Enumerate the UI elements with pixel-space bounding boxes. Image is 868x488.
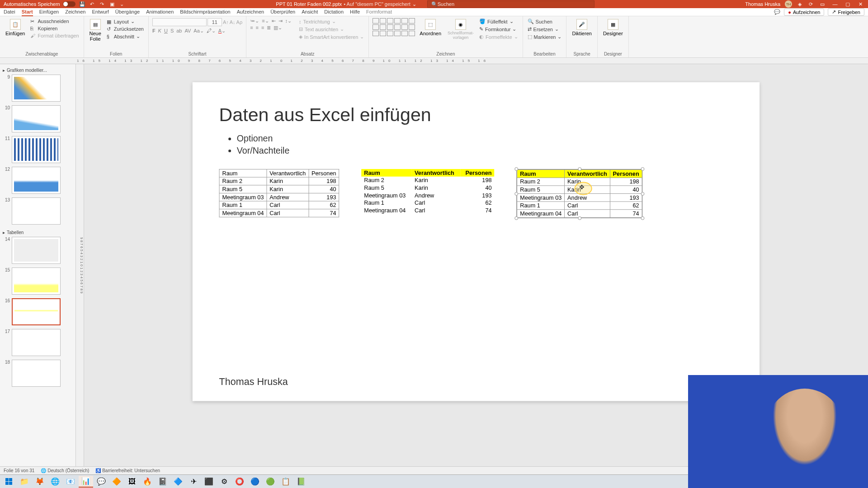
shape-icon[interactable] bbox=[394, 18, 401, 23]
outline-button[interactable]: ✎Formkontur ⌄ bbox=[478, 26, 519, 33]
vlc-icon[interactable]: 🔶 bbox=[109, 476, 124, 488]
app-icon[interactable]: 💬 bbox=[94, 476, 108, 488]
selection-handle[interactable] bbox=[641, 167, 645, 171]
slide-thumb-17[interactable] bbox=[12, 329, 61, 356]
arrange-button[interactable]: ⬚Anordnen bbox=[418, 18, 443, 37]
slide-counter[interactable]: Folie 16 von 31 bbox=[4, 468, 34, 473]
explorer-icon[interactable]: 📁 bbox=[17, 476, 32, 488]
autosave-toggle[interactable]: Automatisches Speichern bbox=[4, 1, 75, 7]
tab-animationen[interactable]: Animationen bbox=[146, 8, 174, 16]
reset-button[interactable]: ↺Zurücksetzen bbox=[106, 26, 145, 32]
replace-button[interactable]: ⇄Ersetzen ⌄ bbox=[527, 26, 563, 33]
shape-icon[interactable] bbox=[387, 31, 393, 36]
shape-icon[interactable] bbox=[373, 31, 379, 36]
app-icon[interactable]: 🟢 bbox=[263, 476, 278, 488]
language-status[interactable]: 🌐 Deutsch (Österreich) bbox=[41, 468, 89, 473]
tab-entwurf[interactable]: Entwurf bbox=[92, 8, 108, 16]
justify-icon[interactable]: ≣ bbox=[267, 25, 271, 31]
author-text[interactable]: Thomas Hruska bbox=[219, 376, 288, 388]
redo-icon[interactable]: ↷ bbox=[99, 1, 105, 7]
selection-handle[interactable] bbox=[515, 192, 519, 196]
chrome-icon[interactable]: 🌐 bbox=[48, 476, 62, 488]
slide-thumb-12[interactable] bbox=[12, 167, 61, 194]
slide-thumb-10[interactable] bbox=[12, 105, 61, 132]
slide-canvas[interactable]: Daten aus Excel einfügen Optionen Vor/Na… bbox=[193, 82, 760, 401]
filename-dropdown-icon[interactable]: ⌄ bbox=[412, 1, 416, 7]
shadow-button[interactable]: ab bbox=[176, 28, 182, 34]
align-text-button[interactable]: ⊟Text ausrichten ⌄ bbox=[298, 26, 365, 33]
selection-handle[interactable] bbox=[578, 216, 581, 220]
tab-ueberpruefen[interactable]: Überprüfen bbox=[270, 8, 295, 16]
save-icon[interactable]: 💾 bbox=[79, 1, 85, 7]
onenote-icon[interactable]: 📓 bbox=[156, 476, 170, 488]
thumbnail-panel[interactable]: ▸ Grafiken modellier... 9 10 11 12 13 ▸ … bbox=[0, 64, 76, 466]
shape-icon[interactable] bbox=[409, 18, 415, 23]
shape-icon[interactable] bbox=[380, 31, 386, 36]
search-box[interactable]: 🔍 bbox=[427, 0, 594, 8]
app-icon[interactable]: 🔥 bbox=[140, 476, 155, 488]
telegram-icon[interactable]: ✈ bbox=[186, 476, 201, 488]
present-from-start-icon[interactable]: ▣ bbox=[109, 1, 115, 7]
slide-thumb-13[interactable] bbox=[12, 197, 61, 225]
shape-icon[interactable] bbox=[373, 24, 379, 30]
tab-bildschirm[interactable]: Bildschirmpräsentation bbox=[180, 8, 230, 16]
app-icon[interactable]: 📋 bbox=[278, 476, 293, 488]
visio-icon[interactable]: 🔷 bbox=[171, 476, 185, 488]
outlook-icon[interactable]: 📧 bbox=[63, 476, 78, 488]
indent-dec-icon[interactable]: ⇤ bbox=[272, 18, 276, 24]
font-color-button[interactable]: A⌄ bbox=[218, 28, 226, 34]
slide-title[interactable]: Daten aus Excel einfügen bbox=[219, 104, 733, 126]
text-direction-button[interactable]: ↕Textrichtung ⌄ bbox=[298, 18, 365, 25]
numbering-icon[interactable]: ≡⌄ bbox=[262, 18, 269, 24]
tab-start[interactable]: Start bbox=[22, 8, 33, 16]
quick-styles-button[interactable]: ◉Schnellformat- vorlagen bbox=[446, 18, 476, 41]
section-header[interactable]: ▸ Grafiken modellier... bbox=[2, 66, 74, 75]
shape-icon[interactable] bbox=[394, 31, 401, 36]
selection-handle[interactable] bbox=[515, 216, 519, 220]
qat-more-icon[interactable]: ⌄ bbox=[119, 1, 125, 7]
spacing-button[interactable]: AV bbox=[185, 28, 191, 34]
shape-icon[interactable] bbox=[380, 18, 386, 23]
shape-icon[interactable] bbox=[409, 31, 415, 36]
slide-thumb-9[interactable] bbox=[12, 75, 61, 102]
select-button[interactable]: ⬚Markieren ⌄ bbox=[527, 33, 563, 40]
shape-icon[interactable] bbox=[401, 18, 408, 23]
designer-button[interactable]: ▦Designer bbox=[601, 18, 625, 37]
dictate-button[interactable]: 🎤Diktieren bbox=[570, 18, 593, 37]
font-name-input[interactable] bbox=[152, 18, 207, 26]
tab-dictation[interactable]: Dictation bbox=[324, 8, 344, 16]
slide-thumb-18[interactable] bbox=[12, 360, 61, 387]
case-button[interactable]: Aa⌄ bbox=[193, 28, 203, 34]
shape-icon[interactable] bbox=[387, 24, 393, 30]
tab-formformat[interactable]: Formformat bbox=[366, 8, 392, 16]
cut-button[interactable]: ✂Ausschneiden bbox=[29, 18, 80, 24]
shape-icon[interactable] bbox=[373, 18, 379, 23]
tab-einfuegen[interactable]: Einfügen bbox=[39, 8, 59, 16]
align-center-icon[interactable]: ≡ bbox=[256, 25, 259, 31]
table-yellow-noborder[interactable]: RaumVerantwortlichPersonen Raum 2Karin19… bbox=[361, 169, 494, 214]
new-slide-button[interactable]: ▤ Neue Folie bbox=[88, 18, 103, 42]
start-button[interactable] bbox=[2, 476, 16, 488]
shape-icon[interactable] bbox=[401, 24, 408, 30]
accessibility-status[interactable]: ♿ Barrierefreiheit: Untersuchen bbox=[95, 468, 160, 473]
section-button[interactable]: §Abschnitt ⌄ bbox=[106, 33, 145, 40]
sync-icon[interactable]: ⟳ bbox=[807, 1, 814, 7]
slide-thumb-15[interactable] bbox=[12, 267, 61, 295]
slide-thumb-14[interactable] bbox=[12, 237, 61, 264]
firefox-icon[interactable]: 🦊 bbox=[33, 476, 47, 488]
bullets-icon[interactable]: ≔⌄ bbox=[250, 18, 259, 24]
shape-icon[interactable] bbox=[380, 24, 386, 30]
record-button[interactable]: ●Aufzeichnen bbox=[784, 9, 824, 16]
powerpoint-icon[interactable]: 📊 bbox=[79, 476, 93, 488]
search-input[interactable] bbox=[438, 1, 590, 7]
undo-icon[interactable]: ↶ bbox=[89, 1, 95, 7]
columns-icon[interactable]: ▥⌄ bbox=[274, 25, 282, 31]
underline-button[interactable]: U bbox=[164, 28, 168, 34]
fill-button[interactable]: 🪣Fülleffekt ⌄ bbox=[478, 18, 519, 25]
align-left-icon[interactable]: ≡ bbox=[250, 25, 253, 31]
tab-zeichnen[interactable]: Zeichnen bbox=[65, 8, 85, 16]
app-icon[interactable]: 🖼 bbox=[125, 476, 139, 488]
layout-button[interactable]: ▦Layout ⌄ bbox=[106, 18, 145, 25]
tab-uebergaenge[interactable]: Übergänge bbox=[115, 8, 140, 16]
format-painter-button[interactable]: 🖌Format übertragen bbox=[29, 33, 80, 39]
